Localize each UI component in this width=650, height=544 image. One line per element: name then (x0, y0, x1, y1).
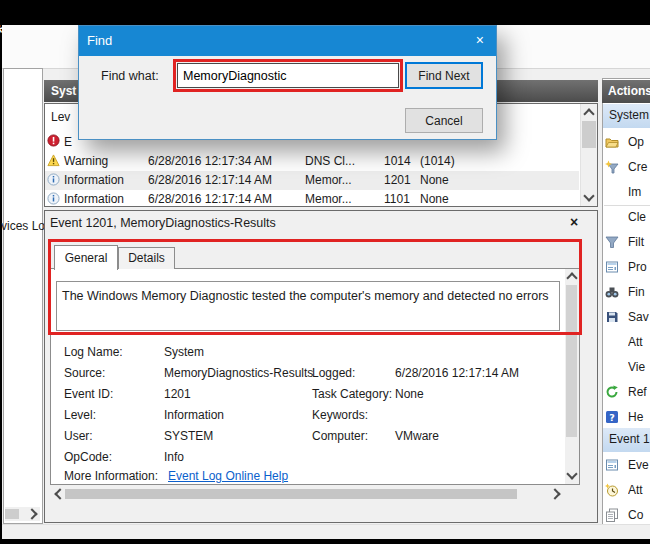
find-what-label: Find what: (101, 69, 159, 83)
event-row-source[interactable]: Memor... (305, 173, 352, 187)
user-label: User: (64, 429, 93, 443)
action-event-properties[interactable]: Eve (628, 458, 650, 472)
event-row-taskcat[interactable]: None (420, 173, 449, 187)
event-row-datetime[interactable]: 6/28/2016 12:17:14 AM (148, 192, 272, 206)
opcode-label: OpCode: (64, 450, 112, 464)
actions-section-system[interactable]: System (603, 104, 650, 129)
event-row-id[interactable]: 1201 (384, 173, 411, 187)
action-view[interactable]: Vie (628, 360, 650, 374)
find-what-input[interactable] (177, 63, 399, 88)
computer-value: VMware (395, 429, 439, 443)
action-find[interactable]: Fin (628, 285, 650, 299)
scroll-up-icon[interactable] (566, 272, 577, 283)
actions-separator (604, 205, 650, 206)
source-value: MemoryDiagnostics-Results (164, 366, 313, 380)
event-message: The Windows Memory Diagnostic tested the… (62, 289, 549, 303)
action-create-custom-view[interactable]: Cre (628, 160, 650, 174)
opcode-value: Info (164, 450, 184, 464)
event-row-id[interactable]: 1014 (384, 154, 411, 168)
tab-details[interactable]: Details (118, 247, 175, 269)
action-properties[interactable]: Pro (628, 260, 650, 274)
scrollbar-thumb[interactable] (566, 285, 577, 437)
logged-value: 6/28/2016 12:17:14 AM (395, 366, 519, 380)
tree-scroll-right-icon[interactable] (26, 508, 37, 519)
copy-icon (605, 508, 619, 522)
event-row-datetime[interactable]: 6/28/2016 12:17:34 AM (148, 154, 272, 168)
find-dialog: Find × Find what: Find Next Cancel (78, 25, 497, 140)
scrollbar-thumb[interactable] (582, 121, 596, 148)
tree-horizontal-scrollbar[interactable] (5, 507, 40, 521)
scrollbar-thumb[interactable] (65, 489, 517, 499)
dialog-close-icon[interactable]: × (476, 32, 484, 48)
error-icon (47, 134, 60, 147)
cancel-button[interactable]: Cancel (405, 108, 483, 133)
status-strip (2, 524, 650, 539)
source-label: Source: (64, 366, 105, 380)
details-vertical-scrollbar[interactable] (565, 269, 579, 484)
svg-text:?: ? (609, 412, 615, 423)
event-row-error[interactable]: E (64, 135, 72, 149)
event-properties-icon (605, 458, 619, 472)
tree-item-fragment[interactable]: vices Lo (1, 219, 45, 233)
action-attach-task-event[interactable]: Att (628, 483, 650, 497)
task-category-label: Task Category: (312, 387, 392, 401)
help-icon: ? (605, 410, 619, 424)
scroll-down-icon[interactable] (583, 190, 594, 201)
event-row-source[interactable]: DNS Cl... (305, 154, 355, 168)
action-copy[interactable]: Co (628, 508, 650, 522)
filter-icon (605, 235, 619, 249)
action-filter-current-log[interactable]: Filt (628, 235, 650, 249)
event-row-level[interactable]: Warning (64, 154, 108, 168)
find-next-button[interactable]: Find Next (405, 62, 483, 89)
event-row-id[interactable]: 1101 (384, 192, 410, 206)
event-row-taskcat[interactable]: None (420, 192, 449, 206)
refresh-icon (605, 385, 619, 399)
event-row-level[interactable]: Information (64, 192, 124, 206)
event-id-value: 1201 (164, 387, 191, 401)
column-header-level[interactable]: Lev (51, 110, 70, 124)
event-row-taskcat[interactable]: (1014) (420, 154, 455, 168)
log-name-value: System (164, 345, 204, 359)
details-close-icon[interactable]: × (570, 214, 578, 230)
find-dialog-titlebar[interactable]: Find × (79, 26, 496, 56)
level-value: Information (164, 408, 224, 422)
scroll-right-icon[interactable] (549, 488, 560, 499)
scroll-left-icon[interactable] (54, 488, 65, 499)
open-saved-log-icon (605, 135, 619, 149)
computer-label: Computer: (312, 429, 368, 443)
info-icon (47, 173, 60, 186)
event-list-scrollbar[interactable] (580, 104, 597, 206)
section-label: System (609, 108, 649, 122)
section-label: Event 1, (609, 432, 650, 446)
console-tree-panel[interactable]: vices Lo (3, 68, 43, 524)
create-custom-view-icon (605, 160, 619, 174)
user-value: SYSTEM (164, 429, 213, 443)
task-category-value: None (395, 387, 424, 401)
tree-scrollbar-thumb[interactable] (5, 509, 19, 519)
event-viewer-screenshot: * vices Lo Syst Lev E Warning 6/28/2016 … (0, 0, 650, 544)
action-save-events[interactable]: Sav (628, 310, 650, 324)
logged-label: Logged: (312, 366, 355, 380)
find-binoculars-icon (605, 285, 619, 299)
event-row-level[interactable]: Information (64, 173, 124, 187)
more-info-label: More Information: (64, 469, 158, 483)
actions-section-event[interactable]: Event 1, (603, 428, 650, 453)
action-attach-task-log[interactable]: Att (628, 335, 650, 349)
tab-general[interactable]: General (54, 245, 118, 270)
event-log-online-help-link[interactable]: Event Log Online Help (168, 469, 288, 483)
properties-icon (605, 260, 619, 274)
action-clear-log[interactable]: Cle (628, 210, 650, 224)
event-id-label: Event ID: (64, 387, 113, 401)
keywords-label: Keywords: (312, 408, 368, 422)
action-open-saved-log[interactable]: Op (628, 135, 650, 149)
action-import-custom-view[interactable]: Im (628, 185, 650, 199)
event-row-source[interactable]: Memor... (305, 192, 352, 206)
attach-task-clock-icon (605, 483, 619, 497)
scroll-down-icon[interactable] (566, 468, 577, 479)
event-row-datetime[interactable]: 6/28/2016 12:17:14 AM (148, 173, 272, 187)
action-help[interactable]: He (628, 410, 650, 424)
details-horizontal-scrollbar[interactable] (51, 487, 565, 501)
scroll-up-icon[interactable] (583, 108, 594, 119)
action-refresh[interactable]: Ref (628, 385, 650, 399)
level-label: Level: (64, 408, 96, 422)
